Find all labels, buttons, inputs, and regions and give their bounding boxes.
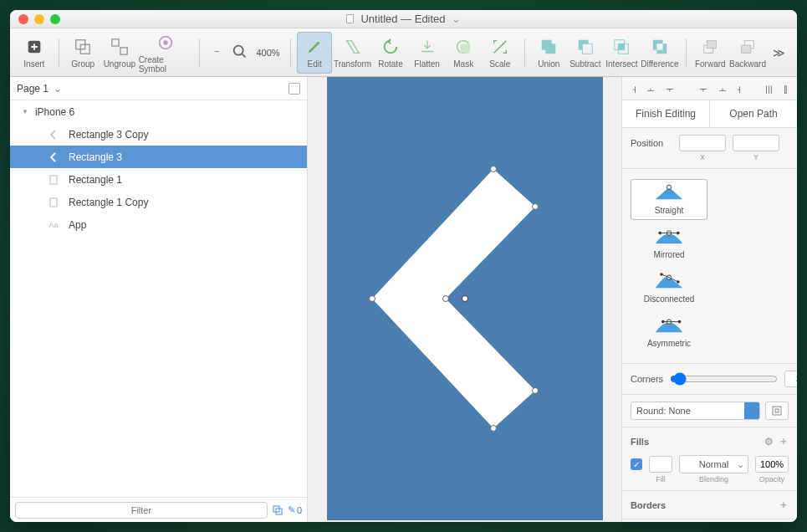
svg-rect-17 — [707, 41, 717, 49]
transform-button[interactable]: Transform — [334, 32, 371, 74]
svg-rect-39 — [775, 409, 779, 412]
y-label: Y — [733, 153, 779, 161]
layer-item[interactable]: Rectangle 3 Copy — [10, 123, 307, 146]
round-target-button[interactable] — [765, 402, 789, 420]
mask-icon — [452, 36, 474, 58]
distribute-v-icon[interactable]: ⫿ — [783, 82, 789, 95]
corners-slider[interactable] — [670, 372, 778, 386]
path-count[interactable]: ✎ 0 — [288, 504, 302, 515]
layers-sidebar: Page 1 ⌄ iPhone 6 Rectangle 3 Copy Recta… — [10, 77, 308, 522]
vector-handle[interactable] — [490, 166, 497, 172]
toolbar-overflow[interactable]: ≫ — [768, 46, 790, 59]
distribute-h-icon[interactable]: ⫼ — [764, 82, 775, 95]
blend-mode-select[interactable]: Normal — [679, 455, 748, 473]
mask-button[interactable]: Mask — [446, 32, 481, 74]
svg-point-36 — [661, 320, 665, 324]
align-right-icon[interactable]: ⫟ — [664, 82, 676, 95]
edit-button[interactable]: Edit — [297, 32, 332, 74]
close-button[interactable] — [18, 14, 28, 24]
layer-item[interactable]: Aa App — [10, 213, 307, 236]
chevron-shape-icon — [47, 128, 60, 141]
fill-swatch[interactable] — [649, 456, 672, 473]
difference-icon — [649, 36, 671, 58]
opacity-input[interactable] — [755, 456, 789, 473]
layer-item-selected[interactable]: Rectangle 3 — [10, 146, 307, 168]
vector-handle-selected[interactable] — [462, 295, 468, 302]
open-path-button[interactable]: Open Path — [710, 100, 797, 127]
subtract-button[interactable]: Subtract — [568, 32, 603, 74]
backward-button[interactable]: Backward — [729, 32, 766, 74]
plus-icon[interactable]: ＋ — [779, 434, 789, 448]
position-x-input[interactable] — [679, 135, 726, 151]
insert-button[interactable]: Insert — [17, 32, 52, 74]
window-title: Untitled — Edited ⌄ — [10, 13, 797, 25]
align-center-v-icon[interactable]: ⫠ — [717, 82, 728, 95]
rotate-button[interactable]: Rotate — [373, 32, 408, 74]
transform-icon — [342, 36, 364, 58]
round-select[interactable]: Round: None — [631, 402, 760, 420]
union-button[interactable]: Union — [531, 32, 566, 74]
group-button[interactable]: Group — [65, 32, 100, 74]
point-mode-disconnected[interactable]: Disconnected — [631, 268, 707, 309]
svg-point-24 — [667, 185, 671, 189]
intersect-button[interactable]: Intersect — [605, 32, 640, 74]
scale-button[interactable]: Scale — [483, 32, 518, 74]
align-bottom-icon[interactable]: ⫞ — [736, 82, 742, 95]
vector-handle[interactable] — [490, 425, 497, 432]
layer-item[interactable]: Rectangle 1 Copy — [10, 191, 307, 213]
copy-icon[interactable] — [273, 505, 283, 515]
point-mode-mirrored[interactable]: Mirrored — [631, 223, 707, 264]
pages-panel-icon[interactable] — [289, 83, 300, 95]
maximize-button[interactable] — [50, 14, 60, 24]
vector-handle[interactable] — [532, 387, 539, 394]
vector-handle[interactable] — [369, 295, 375, 302]
fills-section: Fills ⚙ ＋ ✓ Normal Fill Blending Opacity — [622, 427, 797, 491]
svg-point-27 — [658, 232, 661, 235]
page-selector[interactable]: Page 1 ⌄ — [10, 77, 307, 100]
vector-handle[interactable] — [532, 203, 539, 210]
traffic-lights — [18, 14, 60, 24]
canvas[interactable] — [308, 77, 621, 522]
text-icon: Aa — [47, 218, 60, 232]
path-actions: Finish Editing Open Path — [622, 100, 797, 128]
create-symbol-button[interactable]: Create Symbol — [139, 32, 192, 74]
chevron-down-icon: ⌄ — [54, 83, 62, 95]
point-mode-straight[interactable]: Straight — [631, 179, 707, 220]
round-section: Round: None — [622, 395, 797, 427]
filter-input[interactable] — [15, 502, 268, 519]
position-y-input[interactable] — [733, 135, 779, 151]
zoom-out-button[interactable]: − — [206, 32, 227, 74]
vector-handle[interactable] — [442, 295, 449, 302]
corners-input[interactable] — [784, 371, 797, 387]
align-left-icon[interactable]: ⫞ — [631, 82, 637, 95]
artboard-canvas[interactable] — [327, 77, 603, 520]
gear-icon[interactable]: ⚙ — [764, 436, 774, 448]
layers-list: iPhone 6 Rectangle 3 Copy Rectangle 3 Re… — [10, 100, 307, 497]
difference-button[interactable]: Difference — [641, 32, 678, 74]
finish-editing-button[interactable]: Finish Editing — [622, 100, 710, 127]
corners-section: Corners — [622, 364, 797, 395]
artboard-layer[interactable]: iPhone 6 — [10, 100, 307, 123]
fill-enabled-checkbox[interactable]: ✓ — [631, 458, 642, 470]
forward-button[interactable]: Forward — [692, 32, 728, 74]
ungroup-button[interactable]: Ungroup — [102, 32, 137, 74]
svg-point-37 — [678, 320, 682, 324]
symbol-icon — [155, 32, 176, 54]
title-dropdown-icon[interactable]: ⌄ — [452, 13, 461, 25]
filter-bar: ✎ 0 — [10, 497, 307, 522]
zoom-in-button[interactable] — [229, 32, 251, 74]
align-top-icon[interactable]: ⫟ — [697, 82, 709, 95]
toolbar: Insert Group Ungroup Create Symbol − 400… — [10, 28, 797, 77]
svg-rect-4 — [120, 48, 127, 54]
flatten-button[interactable]: Flatten — [410, 32, 445, 74]
pencil-icon — [304, 36, 325, 58]
borders-label: Borders — [631, 500, 666, 510]
plus-icon[interactable]: ＋ — [779, 498, 789, 512]
zoom-level[interactable]: 400% — [256, 48, 279, 58]
point-mode-asymmetric[interactable]: Asymmetric — [631, 312, 707, 353]
titlebar: Untitled — Edited ⌄ — [10, 10, 797, 28]
layer-item[interactable]: Rectangle 1 — [10, 168, 307, 191]
align-center-h-icon[interactable]: ⫠ — [645, 82, 656, 95]
svg-rect-21 — [50, 198, 57, 207]
minimize-button[interactable] — [34, 14, 44, 24]
